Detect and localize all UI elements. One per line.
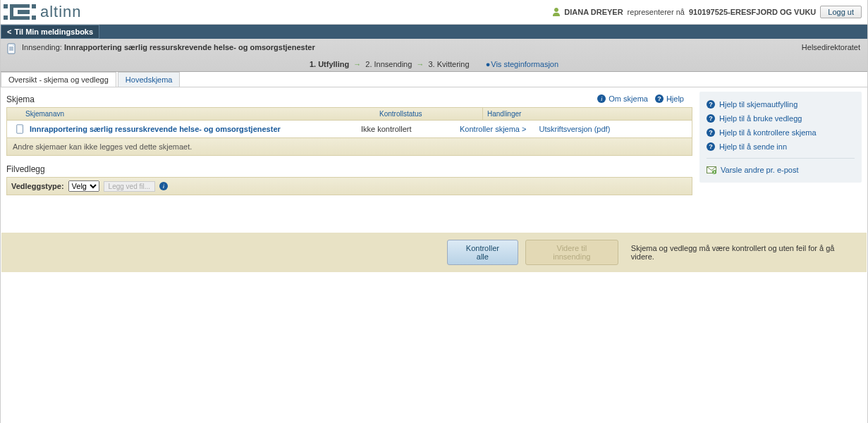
- videre-button: Videre til innsending: [525, 240, 618, 265]
- table-header: Skjemanavn Kontrollstatus Handlinger: [7, 108, 692, 121]
- owner-label: Helsedirektoratet: [802, 43, 860, 51]
- vedleggstype-select[interactable]: Velg: [68, 180, 99, 192]
- form-name-link[interactable]: Innrapportering særlig ressurskrevende h…: [30, 125, 281, 133]
- hjelp-label: Hjelp: [666, 94, 684, 103]
- user-area: DIANA DREYER representerer nå 910197525-…: [553, 6, 862, 18]
- question-icon: ?: [707, 142, 715, 151]
- arrow-icon: →: [353, 60, 361, 68]
- help-check-label: Hjelp til å kontrollere skjema: [719, 128, 817, 137]
- om-skjema-label: Om skjema: [609, 94, 648, 103]
- vedleggstype-label: Vedleggstype:: [11, 182, 64, 190]
- help-fill-link[interactable]: ?Hjelp til skjemautfylling: [707, 97, 855, 111]
- filvedlegg-bar: Vedleggstype: Velg Legg ved fil... i: [6, 177, 692, 195]
- footer-note: Skjema og vedlegg må være kontrollert og…: [631, 244, 858, 261]
- question-icon: ?: [707, 128, 715, 137]
- skjema-section-title: Skjema: [6, 94, 692, 104]
- altinn-logo-icon: [4, 4, 36, 20]
- submission-title: Innrapportering særlig ressurskrevende h…: [64, 43, 315, 51]
- notify-email-link[interactable]: Varsle andre pr. e-post: [707, 163, 855, 177]
- user-icon: [553, 8, 560, 16]
- tab-hovedskjema[interactable]: Hovedskjema: [118, 72, 181, 87]
- action-bar: Kontroller alle Videre til innsending Sk…: [1, 233, 867, 272]
- brand-logo[interactable]: altinn: [4, 3, 82, 21]
- info-icon[interactable]: i: [159, 182, 168, 190]
- help-attach-link[interactable]: ?Hjelp til å bruke vedlegg: [707, 111, 855, 125]
- tabs: Oversikt - skjema og vedlegg Hovedskjema: [1, 72, 867, 87]
- help-send-label: Hjelp til å sende inn: [719, 142, 787, 151]
- submission-label: Innsending:: [22, 43, 62, 51]
- question-icon: ?: [707, 100, 715, 109]
- step-3: 3. Kvittering: [428, 60, 469, 68]
- kontroller-alle-button[interactable]: Kontroller alle: [447, 240, 518, 265]
- divider: [707, 158, 855, 159]
- document-icon: [6, 43, 18, 54]
- svg-rect-5: [32, 16, 36, 20]
- skjema-table: Skjemanavn Kontrollstatus Handlinger Inn…: [6, 107, 692, 156]
- step-1: 1. Utfylling: [310, 60, 349, 68]
- navbar: <Til Min meldingsboks: [1, 25, 867, 39]
- filvedlegg-section: Filvedlegg Vedleggstype: Velg Legg ved f…: [6, 164, 692, 195]
- app-header: altinn DIANA DREYER representerer nå 910…: [1, 0, 867, 25]
- brand-text: altinn: [40, 3, 82, 21]
- help-attach-label: Hjelp til å bruke vedlegg: [719, 114, 802, 123]
- main-panel: iOm skjema ?Hjelp Skjema Skjemanavn Kont…: [6, 92, 692, 195]
- svg-point-14: [712, 170, 716, 174]
- step-indicator: 1. Utfylling → 2. Innsending → 3. Kvitte…: [6, 60, 862, 68]
- kontroller-skjema-link[interactable]: Kontroller skjema >: [460, 125, 526, 133]
- submission-infobar: Innsending: Innrapportering særlig ressu…: [1, 39, 867, 72]
- step-info-label: Vis steginformasjon: [491, 60, 558, 68]
- col-skjemanavn[interactable]: Skjemanavn: [7, 108, 375, 120]
- svg-rect-7: [18, 10, 30, 14]
- step-info-link[interactable]: ●Vis steginformasjon: [486, 60, 558, 68]
- org-name: 910197525-ERESFJORD OG VUKU: [689, 8, 816, 16]
- table-footer-note: Andre skjemaer kan ikke legges ved dette…: [7, 137, 692, 155]
- svg-rect-4: [32, 4, 36, 8]
- top-help-links: iOm skjema ?Hjelp: [597, 92, 684, 103]
- question-icon: ?: [655, 94, 664, 103]
- col-kontrollstatus[interactable]: Kontrollstatus: [375, 108, 482, 120]
- svg-rect-6: [10, 4, 13, 20]
- back-to-inbox-link[interactable]: <Til Min meldingsboks: [1, 25, 99, 39]
- hjelp-link[interactable]: ?Hjelp: [655, 94, 684, 103]
- notify-label: Varsle andre pr. e-post: [721, 166, 798, 174]
- table-row: Innrapportering særlig ressurskrevende h…: [7, 121, 692, 137]
- document-icon: [16, 123, 25, 135]
- question-icon: ?: [707, 114, 715, 123]
- legg-ved-fil-button: Legg ved fil...: [104, 181, 155, 192]
- help-fill-label: Hjelp til skjemautfylling: [719, 100, 797, 109]
- row-status: Ikke kontrollert: [361, 125, 460, 133]
- mail-icon: [707, 166, 716, 174]
- help-check-link[interactable]: ?Hjelp til å kontrollere skjema: [707, 125, 855, 140]
- chevron-left-icon: <: [7, 27, 11, 36]
- back-label: Til Min meldingsboks: [14, 27, 93, 36]
- side-panel: ?Hjelp til skjemautfylling ?Hjelp til å …: [699, 92, 862, 195]
- info-icon: i: [597, 94, 606, 103]
- logout-button[interactable]: Logg ut: [820, 6, 862, 18]
- info-dot-icon: ●: [486, 60, 491, 68]
- filvedlegg-title: Filvedlegg: [6, 164, 692, 174]
- om-skjema-link[interactable]: iOm skjema: [597, 94, 648, 103]
- help-send-link[interactable]: ?Hjelp til å sende inn: [707, 140, 855, 154]
- tab-overview[interactable]: Oversikt - skjema og vedlegg: [1, 72, 116, 87]
- col-handlinger: Handlinger: [482, 108, 692, 120]
- rep-text: representerer nå: [628, 8, 685, 16]
- svg-rect-1: [4, 16, 8, 20]
- user-name: DIANA DREYER: [564, 8, 623, 16]
- utskriftsversjon-link[interactable]: Utskriftsversjon (pdf): [539, 125, 610, 133]
- step-2: 2. Innsending: [365, 60, 412, 68]
- svg-rect-0: [4, 4, 8, 8]
- arrow-icon: →: [416, 60, 424, 68]
